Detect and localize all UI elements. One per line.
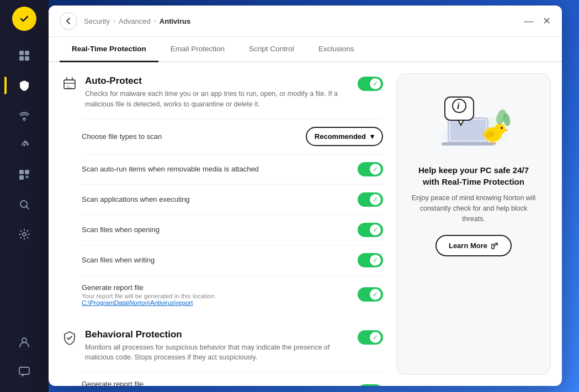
executing-toggle[interactable]: ✓ [358, 192, 383, 207]
minimize-button[interactable]: — [524, 16, 534, 26]
info-card: i [396, 73, 551, 375]
writing-row: Scan files when writing ✓ [82, 245, 383, 275]
file-types-value: Recommended [315, 132, 366, 141]
removable-media-label: Scan auto-run items when removable media… [82, 165, 358, 173]
executing-row: Scan applications when executing ✓ [82, 184, 383, 214]
executing-label: Scan applications when executing [82, 195, 358, 203]
svg-rect-12 [19, 367, 29, 374]
sidebar-item-settings[interactable] [9, 221, 40, 248]
tab-exclusions[interactable]: Exclusions [306, 37, 366, 62]
app-logo [12, 7, 36, 31]
svg-rect-8 [19, 175, 24, 180]
auto-protect-text: Auto-Protect Checks for malware each tim… [85, 76, 350, 110]
svg-rect-3 [19, 56, 24, 61]
svg-rect-2 [25, 51, 29, 55]
breadcrumb-sep-2: › [154, 17, 156, 25]
file-types-dropdown[interactable]: Recommended ▾ [306, 127, 383, 146]
toggle-check-icon: ✓ [373, 256, 378, 264]
svg-rect-4 [25, 56, 29, 61]
breadcrumb: Security › Advanced › Antivirus [84, 17, 190, 25]
auto-protect-section: Auto-Protect Checks for malware each tim… [62, 76, 383, 314]
sidebar [0, 0, 49, 392]
toggle-check-icon: ✓ [373, 226, 378, 234]
chevron-down-icon: ▾ [370, 132, 374, 141]
file-types-label: Choose file types to scan [82, 132, 306, 141]
toggle-check-icon: ✓ [373, 196, 378, 203]
report-file-link[interactable]: C:\ProgramData\Norton\Antivirus\report [82, 299, 358, 306]
report-file-label: Generate report file [82, 283, 358, 292]
behavioral-section: Behavioral Protection Monitors all proce… [62, 329, 383, 386]
bp-report-label: Generate report file [82, 380, 358, 386]
file-types-row: Choose file types to scan Recommended ▾ [82, 119, 383, 154]
report-file-text: Generate report file Your report file wi… [82, 283, 358, 306]
tab-real-time[interactable]: Real-Time Protection [60, 37, 158, 62]
sidebar-item-add[interactable] [9, 161, 40, 189]
sidebar-item-chat[interactable] [9, 358, 40, 385]
tab-email[interactable]: Email Protection [158, 37, 237, 62]
main-scroll: Auto-Protect Checks for malware each tim… [49, 62, 396, 386]
svg-rect-7 [25, 170, 29, 174]
learn-more-button[interactable]: Learn More [435, 235, 512, 256]
svg-point-25 [495, 123, 506, 135]
auto-protect-title: Auto-Protect [85, 76, 350, 87]
behavioral-icon [62, 330, 77, 349]
removable-media-row: Scan auto-run items when removable media… [82, 154, 383, 184]
breadcrumb-advanced[interactable]: Advanced [119, 17, 151, 25]
opening-label: Scan files when opening [82, 225, 358, 234]
bp-report-row: Generate report file Your report file wi… [82, 372, 383, 386]
behavioral-settings: Generate report file Your report file wi… [82, 372, 383, 386]
svg-point-0 [17, 12, 31, 26]
behavioral-text: Behavioral Protection Monitors all proce… [85, 329, 350, 363]
svg-point-26 [501, 127, 503, 129]
toggle-check-icon: ✓ [373, 165, 378, 173]
sidebar-item-user[interactable] [9, 328, 40, 356]
report-file-sublabel: Your report file will be generated in th… [82, 293, 358, 299]
auto-protect-header: Auto-Protect Checks for malware each tim… [62, 76, 383, 110]
svg-point-10 [23, 233, 26, 236]
sidebar-item-search[interactable] [9, 191, 40, 218]
tab-script[interactable]: Script Control [237, 37, 306, 62]
behavioral-header: Behavioral Protection Monitors all proce… [62, 329, 383, 363]
writing-toggle[interactable]: ✓ [358, 253, 383, 267]
svg-marker-27 [506, 129, 508, 131]
back-button[interactable] [60, 12, 77, 30]
learn-more-label: Learn More [449, 241, 487, 250]
auto-protect-desc: Checks for malware each time you or an a… [85, 89, 350, 110]
svg-point-5 [23, 144, 25, 146]
auto-protect-icon [62, 77, 77, 95]
opening-row: Scan files when opening ✓ [82, 214, 383, 245]
sidebar-item-network[interactable] [9, 101, 40, 129]
svg-point-9 [20, 201, 27, 207]
svg-rect-19 [442, 142, 495, 146]
removable-media-toggle[interactable]: ✓ [358, 162, 383, 176]
sidebar-item-fingerprint[interactable] [9, 131, 40, 159]
opening-toggle[interactable]: ✓ [358, 223, 383, 237]
info-card-description: Enjoy peace of mind knowing Norton will … [410, 193, 537, 224]
svg-point-11 [22, 338, 26, 342]
external-link-icon [491, 242, 498, 250]
report-file-toggle[interactable]: ✓ [358, 287, 383, 302]
auto-protect-settings: Choose file types to scan Recommended ▾ … [82, 119, 383, 314]
behavioral-desc: Monitors all processes for suspicious be… [85, 342, 350, 363]
sidebar-item-security[interactable] [9, 72, 40, 99]
main-window: Security › Advanced › Antivirus — ✕ Real… [49, 6, 562, 386]
toggle-check-icon: ✓ [373, 291, 378, 298]
close-button[interactable]: ✕ [543, 16, 551, 26]
writing-label: Scan files when writing [82, 256, 358, 264]
auto-protect-toggle[interactable]: ✓ [358, 77, 383, 91]
toggle-check-icon: ✓ [373, 334, 378, 341]
behavioral-title: Behavioral Protection [85, 329, 350, 340]
svg-rect-1 [19, 51, 24, 55]
toggle-check-icon: ✓ [373, 80, 378, 88]
bp-report-text: Generate report file Your report file wi… [82, 380, 358, 386]
behavioral-toggle[interactable]: ✓ [358, 330, 383, 345]
title-bar: Security › Advanced › Antivirus — ✕ [49, 6, 562, 37]
breadcrumb-antivirus: Antivirus [160, 17, 190, 25]
breadcrumb-sep-1: › [113, 17, 115, 25]
bp-report-toggle[interactable]: ✓ [358, 384, 383, 386]
svg-rect-6 [19, 170, 24, 174]
breadcrumb-security[interactable]: Security [84, 17, 110, 25]
sidebar-item-dashboard[interactable] [9, 42, 40, 69]
svg-text:i: i [457, 101, 460, 111]
content-area: Auto-Protect Checks for malware each tim… [49, 62, 562, 386]
